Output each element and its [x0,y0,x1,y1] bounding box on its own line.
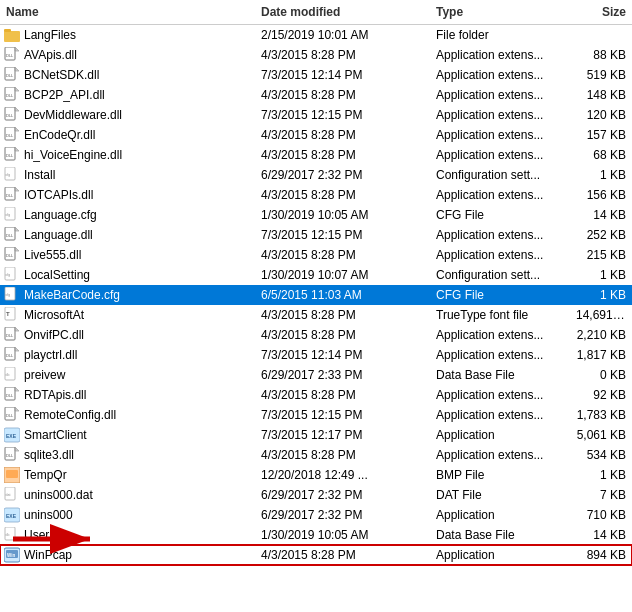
file-size: 534 KB [570,447,632,463]
table-row[interactable]: cfgLocalSetting1/30/2019 10:07 AMConfigu… [0,265,632,285]
file-type: Application extens... [430,247,570,263]
file-name-cell: DLLBCNetSDK.dll [0,66,255,84]
file-name-text: TempQr [24,468,67,482]
svg-rect-1 [4,29,11,32]
table-row[interactable]: DLLhi_VoiceEngine.dll4/3/2015 8:28 PMApp… [0,145,632,165]
file-name-text: DevMiddleware.dll [24,108,122,122]
table-row[interactable]: TempQr12/20/2018 12:49 ...BMP File1 KB [0,465,632,485]
file-name-text: LangFiles [24,28,76,42]
file-name-cell: TempQr [0,466,255,484]
col-header-type[interactable]: Type [430,2,570,22]
col-header-date[interactable]: Date modified [255,2,430,22]
file-name-text: Live555.dll [24,248,81,262]
file-date: 6/29/2017 2:32 PM [255,507,430,523]
table-row[interactable]: DLLDevMiddleware.dll7/3/2015 12:15 PMApp… [0,105,632,125]
col-header-name[interactable]: Name [0,2,255,22]
svg-text:T: T [6,311,10,317]
col-header-size[interactable]: Size [570,2,632,22]
file-date: 4/3/2015 8:28 PM [255,87,430,103]
file-name-cell: cfgLocalSetting [0,266,255,284]
file-date: 4/3/2015 8:28 PM [255,547,430,563]
table-row[interactable]: DLLLanguage.dll7/3/2015 12:15 PMApplicat… [0,225,632,245]
file-size: 14 KB [570,527,632,543]
file-date: 4/3/2015 8:28 PM [255,327,430,343]
file-type: Application extens... [430,187,570,203]
table-row[interactable]: DLLRDTApis.dll4/3/2015 8:28 PMApplicatio… [0,385,632,405]
file-size: 1 KB [570,167,632,183]
file-size: 710 KB [570,507,632,523]
file-date: 7/3/2015 12:14 PM [255,67,430,83]
table-row[interactable]: cfgLanguage.cfg1/30/2019 10:05 AMCFG Fil… [0,205,632,225]
file-name-cell: cfgMakeBarCode.cfg [0,286,255,304]
table-row[interactable]: datunins000.dat6/29/2017 2:32 PMDAT File… [0,485,632,505]
table-row[interactable]: DLLBCNetSDK.dll7/3/2015 12:14 PMApplicat… [0,65,632,85]
file-type: Data Base File [430,527,570,543]
file-name-text: MicrosoftAt [24,308,84,322]
file-date: 6/29/2017 2:33 PM [255,367,430,383]
file-date: 6/29/2017 2:32 PM [255,487,430,503]
table-row[interactable]: DLLRemoteConfig.dll7/3/2015 12:15 PMAppl… [0,405,632,425]
file-type: Application [430,547,570,563]
file-size: 1 KB [570,467,632,483]
table-row[interactable]: cfgMakeBarCode.cfg6/5/2015 11:03 AMCFG F… [0,285,632,305]
file-name-cell: DLLDevMiddleware.dll [0,106,255,124]
exe-icon: EXE [4,507,20,523]
table-row[interactable]: DLLBCP2P_API.dll4/3/2015 8:28 PMApplicat… [0,85,632,105]
table-row[interactable]: TMicrosoftAt4/3/2015 8:28 PMTrueType fon… [0,305,632,325]
dll-icon: DLL [4,387,20,403]
dll-icon: DLL [4,187,20,203]
file-type: CFG File [430,287,570,303]
file-size: 1,783 KB [570,407,632,423]
svg-text:DLL: DLL [6,333,14,338]
file-name-text: Language.dll [24,228,93,242]
svg-rect-0 [4,31,20,42]
table-row[interactable]: DLLLive555.dll4/3/2015 8:28 PMApplicatio… [0,245,632,265]
table-row[interactable]: DLLOnvifPC.dll4/3/2015 8:28 PMApplicatio… [0,325,632,345]
file-name-cell: DLLEnCodeQr.dll [0,126,255,144]
file-size: 92 KB [570,387,632,403]
file-name-text: LocalSetting [24,268,90,282]
file-name-text: SmartClient [24,428,87,442]
file-name-text: RemoteConfig.dll [24,408,116,422]
column-headers[interactable]: Name Date modified Type Size [0,0,632,25]
file-name-text: preivew [24,368,65,382]
file-name-text: OnvifPC.dll [24,328,84,342]
file-date: 7/3/2015 12:15 PM [255,227,430,243]
file-type: Configuration sett... [430,167,570,183]
table-row[interactable]: LangFiles2/15/2019 10:01 AMFile folder [0,25,632,45]
dll-icon: DLL [4,227,20,243]
file-type: File folder [430,27,570,43]
table-row[interactable]: dbpreivew6/29/2017 2:33 PMData Base File… [0,365,632,385]
file-size: 1 KB [570,287,632,303]
file-type: Application extens... [430,347,570,363]
table-row[interactable]: DLLIOTCAPIs.dll4/3/2015 8:28 PMApplicati… [0,185,632,205]
file-name-cell: DLLplayctrl.dll [0,346,255,364]
cfg-icon: cfg [4,267,20,283]
cfg-icon: cfg [4,287,20,303]
file-name-cell: DLLOnvifPC.dll [0,326,255,344]
table-row[interactable]: EXEunins0006/29/2017 2:32 PMApplication7… [0,505,632,525]
file-size: 519 KB [570,67,632,83]
table-row[interactable]: cfgInstall6/29/2017 2:32 PMConfiguration… [0,165,632,185]
file-name-cell: LangFiles [0,26,255,44]
file-size: 156 KB [570,187,632,203]
table-row[interactable]: DLLplayctrl.dll7/3/2015 12:14 PMApplicat… [0,345,632,365]
dat-icon: dat [4,487,20,503]
file-name-cell: DLLRemoteConfig.dll [0,406,255,424]
file-size: 88 KB [570,47,632,63]
file-name-cell: DLLBCP2P_API.dll [0,86,255,104]
file-type: TrueType font file [430,307,570,323]
file-type: BMP File [430,467,570,483]
file-name-cell: EXESmartClient [0,426,255,444]
svg-text:DLL: DLL [6,93,14,98]
file-name-text: BCNetSDK.dll [24,68,99,82]
dll-icon: DLL [4,327,20,343]
table-row[interactable]: DLLAVApis.dll4/3/2015 8:28 PMApplication… [0,45,632,65]
dll-icon: DLL [4,147,20,163]
table-row[interactable]: DLLsqlite3.dll4/3/2015 8:28 PMApplicatio… [0,445,632,465]
table-row[interactable]: EXESmartClient7/3/2015 12:17 PMApplicati… [0,425,632,445]
svg-text:DLL: DLL [6,453,14,458]
file-date: 1/30/2019 10:05 AM [255,527,430,543]
table-row[interactable]: DLLEnCodeQr.dll4/3/2015 8:28 PMApplicati… [0,125,632,145]
file-size: 215 KB [570,247,632,263]
